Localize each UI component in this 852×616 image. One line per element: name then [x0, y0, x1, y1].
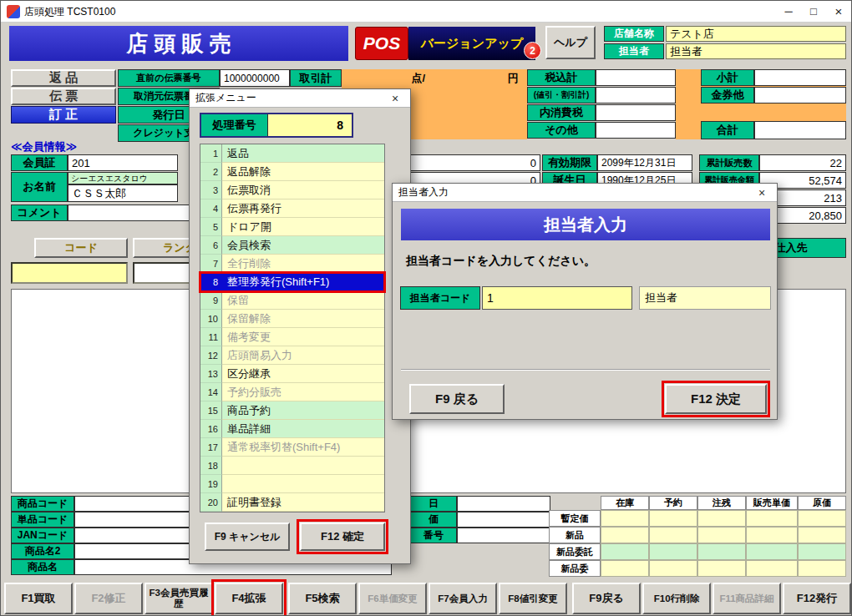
- item-number: 15: [200, 401, 222, 420]
- stock-cell: [697, 510, 746, 527]
- process-number-input[interactable]: [268, 114, 352, 136]
- item-label: ドロア開: [222, 218, 384, 236]
- ext-menu-confirm-button[interactable]: F12 確定: [300, 523, 385, 551]
- staff-dialog-titlebar: 担当者入力 ×: [393, 184, 777, 202]
- subtotal-label: 小計: [701, 69, 754, 86]
- fkey-f8-discount-change[interactable]: F8値引変更: [499, 583, 567, 614]
- ext-menu-cancel-button[interactable]: F9 キャンセル: [205, 523, 290, 551]
- ext-menu-item-4[interactable]: 4伝票再発行: [200, 199, 384, 218]
- staff-dialog-ok-button[interactable]: F12 決定: [665, 384, 767, 414]
- tab-correction[interactable]: 訂 正: [11, 106, 116, 124]
- grand-total-value: [754, 121, 846, 139]
- tab-return[interactable]: 返 品: [11, 69, 116, 87]
- staff-code-label: 担当者コード: [400, 286, 480, 310]
- member-name-label: お名前: [11, 172, 68, 202]
- mid-number-label: 番号: [410, 528, 457, 543]
- version-up-banner[interactable]: バージョンアップ: [408, 27, 535, 60]
- item-number: 2: [200, 163, 222, 181]
- stock-cell: [649, 527, 697, 543]
- item-number: 10: [200, 310, 222, 328]
- prev-slip-number-label: 直前の伝票番号: [118, 69, 220, 87]
- process-number-label: 処理番号: [201, 114, 268, 136]
- store-name-value[interactable]: テスト店: [666, 26, 846, 42]
- voucher-value: [754, 87, 846, 104]
- item-number: 14: [200, 383, 222, 401]
- staff-dialog-title: 担当者入力: [398, 185, 449, 199]
- transaction-total-label: 取引計: [290, 69, 342, 87]
- code-input[interactable]: [11, 262, 128, 284]
- ext-menu-item-18[interactable]: 18: [200, 457, 384, 475]
- ext-menu-item-6[interactable]: 6会員検索: [200, 236, 384, 255]
- ext-menu-item-3[interactable]: 3伝票取消: [200, 181, 384, 199]
- item-label: 保留解除: [222, 310, 384, 328]
- stock-cell: [746, 510, 798, 527]
- store-name-label: 店舗名称: [604, 26, 664, 42]
- inner-tax-value: [596, 104, 676, 121]
- staff-dialog-close-icon[interactable]: ×: [753, 186, 771, 199]
- close-button[interactable]: ×: [826, 1, 851, 23]
- minimize-button[interactable]: ─: [776, 1, 801, 23]
- item-label: 返品: [222, 144, 384, 163]
- item-number: 5: [200, 218, 222, 236]
- product-code-label: 商品コード: [11, 496, 74, 512]
- fkey-f5-search[interactable]: F5検索: [288, 583, 357, 614]
- item-label: 会員検索: [222, 236, 384, 255]
- fkey-f4-extension[interactable]: F4拡張: [215, 583, 283, 614]
- item-label: 返品解除: [222, 163, 384, 181]
- item-label: 商品予約: [222, 401, 384, 420]
- ext-menu-item-9: 9保留: [200, 291, 384, 310]
- staff-name-value[interactable]: 担当者: [666, 43, 846, 59]
- fkey-f7-member-input[interactable]: F7会員入力: [429, 583, 497, 614]
- item-label: 全行削除: [222, 255, 384, 273]
- extension-menu-close-icon[interactable]: ×: [386, 92, 404, 105]
- product-name2-label: 商品名2: [11, 543, 74, 559]
- subtotal-value: [754, 69, 846, 86]
- fkey-f9-back[interactable]: F9戻る: [572, 583, 641, 614]
- fkey-f10-delete-line[interactable]: F10行削除: [642, 583, 711, 614]
- ext-menu-item-8-selected[interactable]: 8整理券発行(Shift+F1): [200, 273, 384, 291]
- extension-menu-titlebar: 拡張メニュー ×: [190, 89, 410, 108]
- item-label: 備考変更: [222, 328, 384, 346]
- mid-price-label: 価: [410, 512, 457, 528]
- member-card-value: 201: [68, 154, 178, 171]
- staff-code-input[interactable]: [482, 286, 632, 310]
- fkey-f12-issue[interactable]: F12発行: [783, 583, 851, 614]
- stock-cell: [697, 543, 746, 560]
- expiry-value: 2099年12月31日: [597, 154, 692, 171]
- stock-header-chuzan: 注残: [697, 496, 746, 510]
- stock-cell: [649, 560, 697, 577]
- ext-menu-item-10: 10保留解除: [200, 310, 384, 328]
- code-button[interactable]: コード: [34, 238, 128, 258]
- item-label: 区分継承: [222, 365, 384, 383]
- fkey-f3-member-history[interactable]: F3会員売買履歴: [145, 583, 213, 614]
- ext-menu-item-15[interactable]: 15商品予約: [200, 401, 384, 420]
- ext-menu-item-5[interactable]: 5ドロア開: [200, 218, 384, 236]
- item-label: 整理券発行(Shift+F1): [222, 273, 384, 291]
- stock-cell: [697, 560, 746, 577]
- ext-menu-item-16[interactable]: 16単品詳細: [200, 420, 384, 438]
- stock-cell: [601, 527, 649, 543]
- member-comment-label: コメント: [11, 204, 68, 221]
- member-misc-value-1: 0: [410, 154, 540, 171]
- inner-tax-label: 内消費税: [527, 104, 596, 121]
- other-total-value: [596, 122, 676, 139]
- ext-menu-item-1[interactable]: 1返品: [200, 144, 384, 163]
- item-number: 11: [200, 328, 222, 346]
- member-name-value: ＣＳＳ太郎: [68, 184, 178, 202]
- prev-slip-number-value: 1000000000: [220, 69, 290, 87]
- window-titlebar: 店頭処理 TCST0100 ─ □ ×: [1, 1, 851, 23]
- tab-slip[interactable]: 伝 票: [11, 88, 116, 105]
- ext-menu-item-2[interactable]: 2返品解除: [200, 163, 384, 181]
- staff-name-label: 担当者: [604, 43, 664, 59]
- member-info-section-title: ≪会員情報≫: [11, 139, 145, 153]
- ext-menu-item-19[interactable]: 19: [200, 475, 384, 493]
- item-label: 伝票再発行: [222, 199, 384, 218]
- maximize-button[interactable]: □: [801, 1, 826, 23]
- ext-menu-item-20[interactable]: 20証明書登録: [200, 493, 384, 512]
- item-label: [222, 457, 384, 475]
- stock-cell: [649, 543, 697, 560]
- ext-menu-item-13[interactable]: 13区分継承: [200, 365, 384, 383]
- fkey-f1-buy[interactable]: F1買取: [4, 583, 73, 614]
- help-button[interactable]: ヘルプ: [545, 26, 596, 59]
- staff-dialog-back-button[interactable]: F9 戻る: [409, 384, 505, 414]
